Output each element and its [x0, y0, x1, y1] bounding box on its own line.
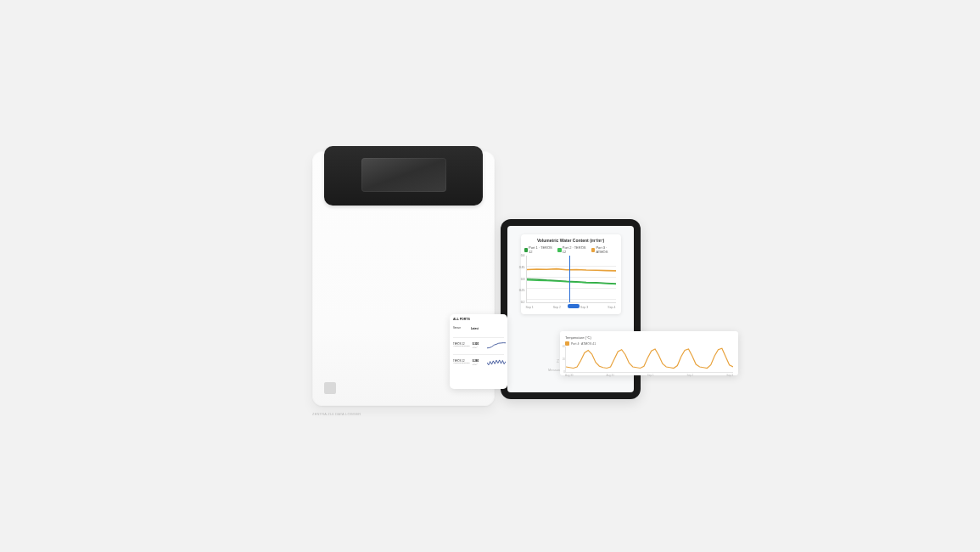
col-latest: Latest — [471, 327, 483, 330]
sensor-value: 0.280 — [473, 359, 479, 363]
vwc-series-svg — [527, 256, 616, 302]
sensor-value: 0.320 — [473, 342, 479, 346]
device-logo-icon — [324, 382, 336, 394]
legend-swatch-icon — [591, 248, 596, 252]
sensor-sub: Moisture/Temp/EC — [453, 363, 470, 365]
phone-header-title: ALL PORTS — [453, 318, 504, 321]
device-display — [361, 158, 446, 192]
divider — [453, 354, 504, 355]
temperature-chart-card: Temperature (°C) Port 4 · ATMOS 41 40 20… — [560, 331, 738, 375]
legend-swatch-icon — [565, 341, 569, 346]
temp-chart-legend: Port 4 · ATMOS 41 — [565, 341, 733, 346]
vwc-y-ticks: 0.4 0.35 0.3 0.25 0.2 — [518, 254, 525, 304]
legend-label: Port 4 · ATMOS 41 — [571, 342, 596, 346]
device-model-label: ZENTRA ZL6 DATA LOGGER — [312, 412, 361, 416]
temp-y-ticks: 40 20 0 — [560, 345, 565, 374]
sensor-unit: m³/m³ — [473, 363, 478, 365]
sensor-sub: Moisture/Temp/EC — [453, 346, 470, 348]
sensor-unit: m³/m³ — [473, 346, 478, 348]
legend-label: Port 1 · TEROS 12 — [529, 245, 554, 254]
scrubber-line-icon[interactable] — [569, 256, 570, 302]
temp-chart-plot: 40 20 0 — [565, 346, 733, 373]
vwc-chart-legend: Port 1 · TEROS 12 Port 2 · TEROS 12 Port… — [524, 245, 618, 254]
vwc-chart-plot: 0.4 0.35 0.3 0.25 0.2 — [526, 256, 616, 303]
sensor-row[interactable]: TEROS 12 Moisture/Temp/EC 0.280 m³/m³ — [453, 357, 504, 369]
sparkline-chart — [487, 357, 506, 369]
vwc-chart-card: Volumetric Water Content (m³/m³) Port 1 … — [521, 234, 621, 314]
sparkline-chart — [487, 340, 506, 352]
vwc-chart-title: Volumetric Water Content (m³/m³) — [524, 238, 618, 243]
col-sensor: Sensor — [453, 327, 468, 330]
legend-label: Port 3 · ATMOS — [596, 245, 617, 254]
legend-label: Port 2 · TEROS 12 — [563, 245, 588, 254]
temp-chart-title: Temperature (°C) — [565, 335, 733, 340]
temp-x-labels: Aug 30 Aug 31 Sep 1 Sep 2 Sep 3 — [565, 374, 733, 377]
temp-series-svg — [566, 346, 733, 372]
divider — [453, 337, 504, 338]
sensor-row[interactable]: TEROS 12 Moisture/Temp/EC 0.320 m³/m³ — [453, 340, 504, 352]
legend-swatch-icon — [557, 248, 562, 252]
product-hero-composition: ZENTRA ZL6 DATA LOGGER Volumetric Water … — [0, 0, 980, 552]
legend-swatch-icon — [524, 248, 529, 252]
device-lid — [324, 146, 483, 206]
scrubber-handle[interactable] — [568, 304, 580, 308]
phone-card: ALL PORTS Sensor Latest TEROS 12 Moistur… — [450, 314, 507, 389]
